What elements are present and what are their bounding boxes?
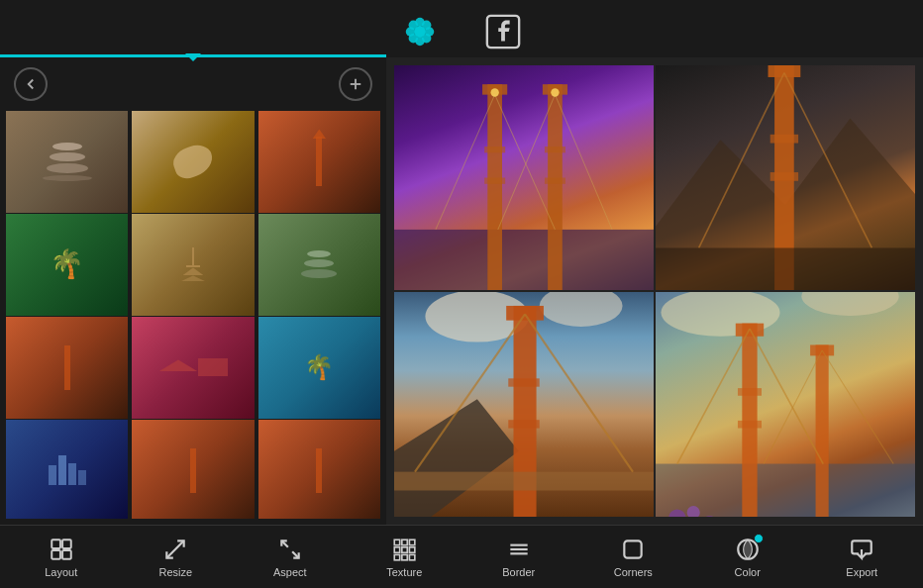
toolbar-corners[interactable]: Corners xyxy=(603,532,663,582)
aspect-label: Aspect xyxy=(273,566,307,578)
thumbnail-3[interactable] xyxy=(258,111,380,213)
toolbar-export[interactable]: Export xyxy=(832,532,891,582)
svg-rect-80 xyxy=(625,540,642,557)
svg-line-54 xyxy=(677,329,750,463)
thumbnail-11[interactable] xyxy=(132,420,254,519)
svg-rect-12 xyxy=(394,230,654,290)
svg-line-57 xyxy=(822,350,893,464)
svg-rect-16 xyxy=(484,178,505,184)
svg-rect-70 xyxy=(410,539,415,544)
svg-point-8 xyxy=(414,26,425,37)
toolbar-color[interactable]: Color xyxy=(718,532,777,582)
svg-line-65 xyxy=(167,540,184,557)
color-icon xyxy=(734,536,762,563)
svg-rect-15 xyxy=(484,147,505,152)
flower-icon[interactable] xyxy=(398,10,442,53)
svg-rect-75 xyxy=(402,554,407,559)
collage-cell-1[interactable] xyxy=(394,65,654,290)
svg-rect-13 xyxy=(487,84,502,290)
thumbnail-7[interactable] xyxy=(6,317,128,419)
svg-rect-42 xyxy=(394,472,654,491)
svg-rect-31 xyxy=(770,172,798,181)
svg-rect-51 xyxy=(738,421,762,429)
toolbar-texture[interactable]: Texture xyxy=(374,532,434,582)
svg-rect-52 xyxy=(816,344,829,517)
svg-rect-63 xyxy=(51,550,60,559)
top-toolbar xyxy=(0,0,923,57)
svg-line-24 xyxy=(555,95,612,230)
toolbar-border[interactable]: Border xyxy=(489,532,549,582)
svg-rect-74 xyxy=(395,554,400,559)
main-content: 🌴 xyxy=(0,57,923,525)
svg-rect-41 xyxy=(508,420,539,428)
corners-label: Corners xyxy=(614,566,653,578)
collage-panel xyxy=(386,57,923,525)
svg-rect-71 xyxy=(395,547,400,552)
add-button[interactable] xyxy=(339,67,372,101)
thumbnail-9[interactable]: 🌴 xyxy=(258,317,380,419)
aspect-icon xyxy=(276,536,304,563)
border-label: Border xyxy=(502,566,535,578)
export-icon xyxy=(848,536,875,563)
thumbnail-1[interactable] xyxy=(6,111,128,213)
left-nav xyxy=(6,63,380,105)
border-icon xyxy=(505,536,533,563)
svg-line-44 xyxy=(525,314,633,471)
svg-rect-30 xyxy=(770,135,798,144)
svg-rect-19 xyxy=(545,147,565,152)
thumbnail-4[interactable]: 🌴 xyxy=(6,214,128,316)
corners-icon xyxy=(619,536,647,563)
texture-icon xyxy=(390,536,418,563)
bottom-toolbar: Layout Resize Aspect xyxy=(0,525,923,588)
svg-marker-37 xyxy=(394,399,519,517)
thumbnail-5[interactable] xyxy=(132,214,254,316)
photo-grid: 🌴 xyxy=(6,111,380,519)
svg-rect-34 xyxy=(656,247,915,290)
layout-icon xyxy=(48,536,75,563)
svg-rect-64 xyxy=(62,550,71,559)
collage-cell-4[interactable] xyxy=(656,292,915,517)
texture-label: Texture xyxy=(386,566,422,578)
thumbnail-12[interactable] xyxy=(258,420,380,519)
resize-icon xyxy=(161,536,189,563)
toolbar-layout[interactable]: Layout xyxy=(32,532,91,582)
svg-rect-40 xyxy=(508,378,539,386)
svg-point-26 xyxy=(551,88,559,96)
svg-rect-76 xyxy=(410,554,415,559)
svg-rect-73 xyxy=(410,547,415,552)
toolbar-resize[interactable]: Resize xyxy=(146,532,205,582)
toolbar-aspect[interactable]: Aspect xyxy=(260,532,320,582)
svg-rect-62 xyxy=(62,539,71,548)
svg-rect-39 xyxy=(506,306,544,321)
color-accent-dot xyxy=(754,534,764,543)
svg-rect-50 xyxy=(738,388,762,396)
indicator-arrow xyxy=(185,53,201,61)
top-progress-indicator xyxy=(0,54,386,57)
svg-rect-48 xyxy=(742,324,757,517)
svg-point-25 xyxy=(490,88,498,96)
layout-label: Layout xyxy=(45,566,77,578)
svg-rect-68 xyxy=(395,539,400,544)
svg-rect-20 xyxy=(545,178,565,184)
svg-point-46 xyxy=(801,292,898,316)
facebook-icon[interactable] xyxy=(481,10,525,53)
svg-rect-61 xyxy=(51,539,60,548)
svg-rect-72 xyxy=(402,547,407,552)
svg-rect-69 xyxy=(402,539,407,544)
svg-point-36 xyxy=(540,292,623,327)
color-label: Color xyxy=(735,566,761,578)
collage-cell-2[interactable] xyxy=(656,65,915,290)
svg-rect-29 xyxy=(769,65,801,77)
thumbnail-10[interactable] xyxy=(6,420,128,519)
thumbnail-2[interactable] xyxy=(132,111,254,213)
thumbnail-6[interactable] xyxy=(258,214,380,316)
collage-cell-3[interactable] xyxy=(394,292,654,517)
export-label: Export xyxy=(846,566,877,578)
left-panel: 🌴 xyxy=(0,57,386,525)
thumbnail-8[interactable] xyxy=(132,317,254,419)
resize-label: Resize xyxy=(158,566,192,578)
svg-rect-17 xyxy=(548,84,563,290)
back-button[interactable] xyxy=(14,67,48,101)
svg-line-21 xyxy=(436,95,495,230)
